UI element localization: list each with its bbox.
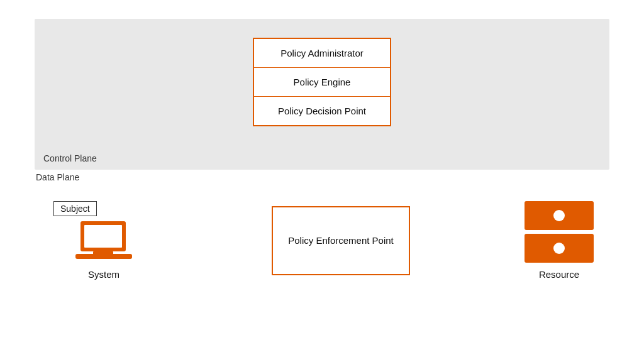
svg-rect-3 <box>93 251 113 255</box>
resource-icon <box>525 201 594 263</box>
policy-decision-point-box: Policy Decision Point <box>254 97 390 125</box>
diagram-wrapper: Policy Administrator Policy Engine Polic… <box>35 19 609 349</box>
data-plane-content: Subject System Policy Enforcement Point <box>35 195 609 286</box>
resource-label: Resource <box>539 269 579 280</box>
control-plane-label: Control Plane <box>43 153 97 163</box>
resource-group: Resource <box>521 201 597 280</box>
svg-rect-1 <box>84 225 122 248</box>
policy-administrator-box: Policy Administrator <box>254 39 390 68</box>
system-label: System <box>88 269 119 280</box>
policy-enforcement-point-box: Policy Enforcement Point <box>272 206 410 275</box>
policy-boxes-container: Policy Administrator Policy Engine Polic… <box>253 38 391 126</box>
subject-system-group: Subject System <box>47 201 160 280</box>
policy-engine-box: Policy Engine <box>254 68 390 97</box>
laptop-icon <box>75 220 132 263</box>
resource-bar-bottom <box>525 234 594 263</box>
control-plane-area: Policy Administrator Policy Engine Polic… <box>35 19 609 170</box>
subject-badge: Subject <box>53 201 97 216</box>
resource-dot-top <box>553 210 565 221</box>
resource-bar-top <box>525 201 594 230</box>
resource-dot-bottom <box>553 243 565 254</box>
svg-rect-2 <box>75 254 132 259</box>
data-plane-label: Data Plane <box>35 172 609 182</box>
